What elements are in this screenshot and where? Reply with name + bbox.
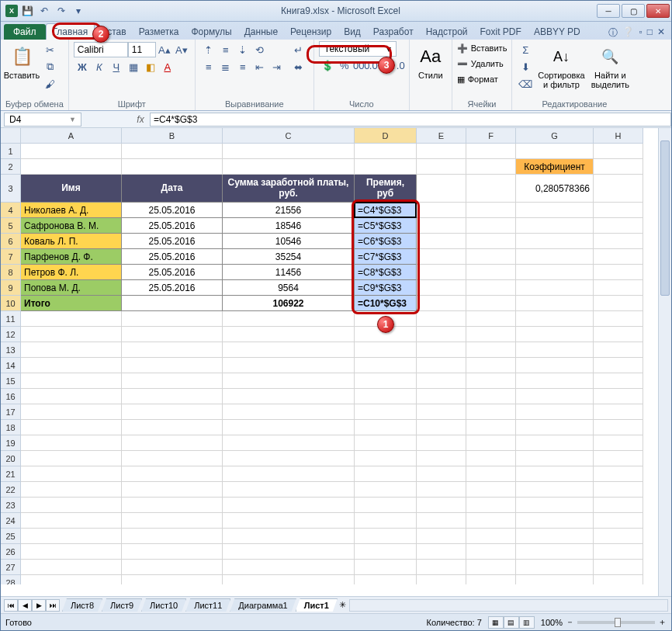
row-header-18[interactable]: 18 bbox=[1, 420, 21, 435]
increase-indent-icon[interactable]: ⇥ bbox=[268, 58, 286, 75]
cell-A4[interactable]: Николаев А. Д. bbox=[21, 203, 122, 218]
cell-F14[interactable] bbox=[466, 358, 516, 373]
name-box[interactable]: D4 ▼ bbox=[4, 113, 81, 127]
cell-B19[interactable] bbox=[122, 435, 223, 451]
cell-A21[interactable] bbox=[21, 466, 122, 482]
cell-E14[interactable] bbox=[417, 358, 466, 373]
vertical-scrollbar[interactable] bbox=[658, 128, 671, 596]
merge-cells-icon[interactable]: ⬌ bbox=[289, 58, 309, 75]
cell-C1[interactable] bbox=[223, 144, 355, 159]
cell-G27[interactable] bbox=[516, 560, 594, 575]
cell-F6[interactable] bbox=[466, 234, 516, 249]
doc-close-icon[interactable]: ✕ bbox=[657, 26, 665, 40]
fill-icon[interactable]: ⬇ bbox=[517, 58, 534, 75]
cell-G16[interactable] bbox=[516, 389, 594, 404]
new-sheet-icon[interactable]: ✳ bbox=[339, 600, 346, 610]
cell-D8[interactable]: =C8*$G$3 bbox=[355, 265, 417, 280]
close-button[interactable]: ✕ bbox=[646, 4, 670, 18]
qat-dropdown-icon[interactable]: ▾ bbox=[71, 3, 86, 19]
cell-D19[interactable] bbox=[355, 435, 417, 451]
row-header-5[interactable]: 5 bbox=[1, 218, 21, 234]
cell-H26[interactable] bbox=[594, 544, 643, 560]
fx-icon[interactable]: fx bbox=[131, 114, 150, 125]
zoom-slider[interactable] bbox=[577, 621, 655, 624]
cell-E7[interactable] bbox=[417, 249, 466, 265]
cell-H1[interactable] bbox=[594, 144, 643, 159]
undo-icon[interactable]: ↶ bbox=[36, 3, 52, 19]
cell-B28[interactable] bbox=[122, 575, 223, 584]
autosum-icon[interactable]: Σ bbox=[517, 41, 534, 58]
align-center-icon[interactable]: ≣ bbox=[217, 58, 234, 75]
cell-H12[interactable] bbox=[594, 327, 643, 342]
cell-G12[interactable] bbox=[516, 327, 594, 342]
cell-E3[interactable] bbox=[417, 175, 466, 203]
cell-E24[interactable] bbox=[417, 513, 466, 529]
cell-B21[interactable] bbox=[122, 466, 223, 482]
col-header-D[interactable]: D bbox=[355, 128, 417, 144]
cell-D6[interactable]: =C6*$G$3 bbox=[355, 234, 417, 249]
cell-G6[interactable] bbox=[516, 234, 594, 249]
cell-B6[interactable]: 25.05.2016 bbox=[122, 234, 223, 249]
cell-B27[interactable] bbox=[122, 560, 223, 575]
cell-F10[interactable] bbox=[466, 296, 516, 311]
cell-F26[interactable] bbox=[466, 544, 516, 560]
cell-B9[interactable]: 25.05.2016 bbox=[122, 280, 223, 296]
cell-A7[interactable]: Парфенов Д. Ф. bbox=[21, 249, 122, 265]
cell-D22[interactable] bbox=[355, 482, 417, 498]
minimize-button[interactable]: ─ bbox=[597, 4, 620, 18]
align-top-icon[interactable]: ⇡ bbox=[200, 41, 217, 58]
cell-A11[interactable] bbox=[21, 311, 122, 327]
cell-B4[interactable]: 25.05.2016 bbox=[122, 203, 223, 218]
cell-A28[interactable] bbox=[21, 575, 122, 584]
cell-H22[interactable] bbox=[594, 482, 643, 498]
cell-A2[interactable] bbox=[21, 159, 122, 175]
horizontal-scrollbar[interactable] bbox=[349, 599, 668, 612]
cell-H14[interactable] bbox=[594, 358, 643, 373]
cell-G5[interactable] bbox=[516, 218, 594, 234]
row-header-23[interactable]: 23 bbox=[1, 498, 21, 513]
row-header-7[interactable]: 7 bbox=[1, 249, 21, 265]
cell-B24[interactable] bbox=[122, 513, 223, 529]
font-name-select[interactable]: Calibri bbox=[74, 42, 128, 57]
cell-E6[interactable] bbox=[417, 234, 466, 249]
cell-D10[interactable]: =C10*$G$3 bbox=[355, 296, 417, 311]
border-icon[interactable]: ▦ bbox=[125, 58, 142, 75]
cell-G28[interactable] bbox=[516, 575, 594, 584]
sheet-tab-Лист11[interactable]: Лист11 bbox=[185, 598, 230, 612]
align-left-icon[interactable]: ≡ bbox=[200, 58, 217, 75]
cell-H4[interactable] bbox=[594, 203, 643, 218]
cell-E22[interactable] bbox=[417, 482, 466, 498]
cell-D2[interactable] bbox=[355, 159, 417, 175]
cell-A22[interactable] bbox=[21, 482, 122, 498]
cell-F4[interactable] bbox=[466, 203, 516, 218]
cell-A12[interactable] bbox=[21, 327, 122, 342]
cell-H20[interactable] bbox=[594, 451, 643, 466]
col-header-G[interactable]: G bbox=[516, 128, 594, 144]
row-header-15[interactable]: 15 bbox=[1, 373, 21, 389]
cell-B14[interactable] bbox=[122, 358, 223, 373]
zoom-out-icon[interactable]: － bbox=[566, 616, 574, 628]
cell-D4[interactable]: =C4*$G$3 bbox=[355, 203, 417, 218]
doc-restore-icon[interactable]: □ bbox=[647, 26, 653, 40]
page-break-view-icon[interactable]: ▥ bbox=[519, 616, 535, 629]
cell-B25[interactable] bbox=[122, 529, 223, 544]
cell-D27[interactable] bbox=[355, 560, 417, 575]
row-header-6[interactable]: 6 bbox=[1, 234, 21, 249]
cell-F22[interactable] bbox=[466, 482, 516, 498]
ribbon-tab-abbyy pd[interactable]: ABBYY PD bbox=[528, 24, 587, 40]
format-cells-button[interactable]: ▦ Формат bbox=[457, 72, 507, 86]
cell-C17[interactable] bbox=[223, 404, 355, 420]
cell-H24[interactable] bbox=[594, 513, 643, 529]
cell-G19[interactable] bbox=[516, 435, 594, 451]
cell-H25[interactable] bbox=[594, 529, 643, 544]
cell-B2[interactable] bbox=[122, 159, 223, 175]
cell-F28[interactable] bbox=[466, 575, 516, 584]
cell-A25[interactable] bbox=[21, 529, 122, 544]
cell-D21[interactable] bbox=[355, 466, 417, 482]
cell-D26[interactable] bbox=[355, 544, 417, 560]
cell-B15[interactable] bbox=[122, 373, 223, 389]
sheet-tab-Диаграмма1[interactable]: Диаграмма1 bbox=[230, 598, 296, 612]
row-header-2[interactable]: 2 bbox=[1, 159, 21, 175]
cell-F15[interactable] bbox=[466, 373, 516, 389]
italic-icon[interactable]: К bbox=[91, 58, 108, 75]
